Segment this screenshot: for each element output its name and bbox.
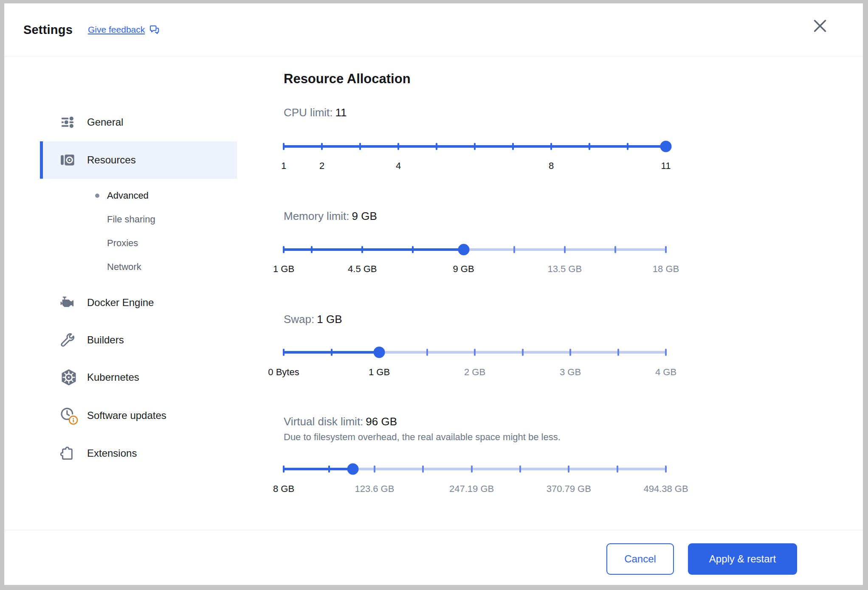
- sidebar: General Resources Advanced File sharing: [40, 56, 237, 530]
- sidebar-subitem-advanced[interactable]: Advanced: [40, 188, 237, 203]
- slider-mark-label[interactable]: 18 GB: [653, 264, 679, 275]
- resources-meter-icon: [59, 150, 78, 170]
- sidebar-item-label: Software updates: [87, 410, 166, 421]
- sidebar-subitem-file-sharing[interactable]: File sharing: [40, 212, 237, 227]
- slider-tick: [374, 466, 375, 473]
- slider-thumb[interactable]: [660, 141, 672, 152]
- swap-value: 1 GB: [317, 313, 342, 326]
- slider-mark-label[interactable]: 11: [661, 160, 671, 171]
- swap-label: Swap:1 GB: [284, 313, 342, 326]
- slider-tick: [569, 349, 571, 356]
- slider-tick: [422, 466, 424, 473]
- slider-tick: [512, 143, 514, 150]
- puzzle-icon: [59, 443, 78, 464]
- slider-mark-label[interactable]: 123.6 GB: [355, 483, 394, 494]
- sidebar-item-software-updates[interactable]: Software updates: [40, 405, 237, 426]
- sidebar-subitem-network[interactable]: Network: [40, 259, 237, 275]
- slider-tick: [550, 143, 552, 150]
- slider-tick: [665, 466, 667, 473]
- slider-mark-label[interactable]: 4.5 GB: [348, 264, 377, 275]
- slider-mark-label[interactable]: 2: [319, 160, 324, 171]
- slider-mark-label[interactable]: 1 GB: [369, 367, 390, 378]
- wrench-icon: [59, 330, 78, 350]
- memory-limit-value: 9 GB: [352, 210, 377, 222]
- apply-restart-button[interactable]: Apply & restart: [688, 543, 797, 575]
- cpu-limit-value: 11: [335, 106, 347, 119]
- slider-tick: [617, 466, 618, 473]
- section-title: Resource Allocation: [284, 71, 411, 87]
- slider-tick: [311, 246, 313, 253]
- virtual-disk-limit-value: 96 GB: [366, 415, 397, 428]
- slider-mark-label[interactable]: 2 GB: [464, 367, 485, 378]
- update-clock-icon: [59, 405, 78, 426]
- resource-allocation-panel: Resource Allocation CPU limit:11 124811 …: [284, 56, 708, 530]
- slider-tick: [361, 246, 363, 253]
- slider-tick: [513, 246, 515, 253]
- slider-mark-label[interactable]: 8 GB: [273, 483, 294, 494]
- cpu-limit-slider[interactable]: [284, 140, 666, 153]
- memory-limit-label: Memory limit:9 GB: [284, 210, 377, 223]
- cancel-button[interactable]: Cancel: [606, 543, 674, 575]
- footer-divider: [4, 530, 863, 530]
- slider-tick: [426, 349, 428, 356]
- sidebar-item-resources[interactable]: Resources: [40, 141, 237, 179]
- slider-tick: [474, 143, 476, 150]
- slider-mark-label[interactable]: 0 Bytes: [268, 367, 299, 378]
- sidebar-item-label: Builders: [87, 334, 124, 346]
- header: Settings Give feedback: [4, 3, 863, 56]
- slider-tick: [321, 143, 323, 150]
- slider-mark-label[interactable]: 9 GB: [453, 264, 474, 275]
- slider-fill: [284, 468, 353, 470]
- slider-tick: [665, 349, 667, 356]
- kubernetes-helm-icon: [59, 367, 78, 388]
- sidebar-item-kubernetes[interactable]: Kubernetes: [40, 367, 237, 388]
- slider-mark-label[interactable]: 4 GB: [655, 367, 676, 378]
- slider-tick: [331, 349, 333, 356]
- slider-tick: [617, 349, 619, 356]
- active-bullet-icon: [95, 194, 99, 198]
- slider-thumb[interactable]: [458, 244, 469, 256]
- slider-mark-label[interactable]: 3 GB: [560, 367, 581, 378]
- slider-mark-label[interactable]: 4: [396, 160, 401, 171]
- sidebar-item-builders[interactable]: Builders: [40, 330, 237, 350]
- give-feedback-link[interactable]: Give feedback: [88, 24, 160, 36]
- sidebar-item-label: Docker Engine: [87, 297, 154, 309]
- sidebar-item-label: Extensions: [87, 447, 137, 459]
- slider-tick: [627, 143, 628, 150]
- virtual-disk-limit-label: Virtual disk limit:96 GB: [284, 415, 397, 429]
- slider-mark-label[interactable]: 494.38 GB: [643, 483, 688, 494]
- slider-thumb[interactable]: [347, 464, 358, 475]
- slider-mark-label[interactable]: 8: [549, 160, 554, 171]
- slider-tick: [614, 246, 616, 253]
- sidebar-item-extensions[interactable]: Extensions: [40, 443, 237, 464]
- sidebar-subitem-proxies[interactable]: Proxies: [40, 236, 237, 251]
- sidebar-item-docker-engine[interactable]: Docker Engine: [40, 292, 237, 313]
- slider-mark-label[interactable]: 1 GB: [273, 264, 294, 275]
- slider-tick: [359, 143, 361, 150]
- slider-mark-label[interactable]: 13.5 GB: [547, 264, 582, 275]
- slider-mark-label[interactable]: 370.79 GB: [547, 483, 591, 494]
- cpu-limit-label: CPU limit:11: [284, 106, 347, 120]
- slider-tick: [328, 466, 330, 473]
- close-button[interactable]: [810, 16, 830, 36]
- sidebar-item-general[interactable]: General: [40, 112, 237, 132]
- slider-tick: [436, 143, 437, 150]
- slider-tick: [519, 466, 521, 473]
- memory-limit-slider[interactable]: [284, 243, 666, 256]
- slider-mark-label[interactable]: 1: [281, 160, 286, 171]
- slider-mark-label[interactable]: 247.19 GB: [449, 483, 494, 494]
- sidebar-item-label: Kubernetes: [87, 371, 139, 383]
- sidebar-item-label: Resources: [87, 154, 136, 166]
- close-icon: [813, 19, 827, 33]
- swap-slider[interactable]: [284, 346, 666, 359]
- disk-slider-marks: 8 GB123.6 GB247.19 GB370.79 GB494.38 GB: [284, 483, 666, 495]
- slider-tick: [397, 143, 399, 150]
- engine-icon: [59, 292, 78, 313]
- cpu-slider-marks: 124811: [284, 160, 666, 172]
- settings-window: Settings Give feedback: [4, 3, 863, 585]
- virtual-disk-slider[interactable]: [284, 462, 666, 476]
- slider-tick: [665, 246, 667, 253]
- slider-tick: [412, 246, 414, 253]
- disk-overhead-note: Due to filesystem overhead, the real ava…: [284, 432, 561, 443]
- slider-thumb[interactable]: [374, 347, 385, 358]
